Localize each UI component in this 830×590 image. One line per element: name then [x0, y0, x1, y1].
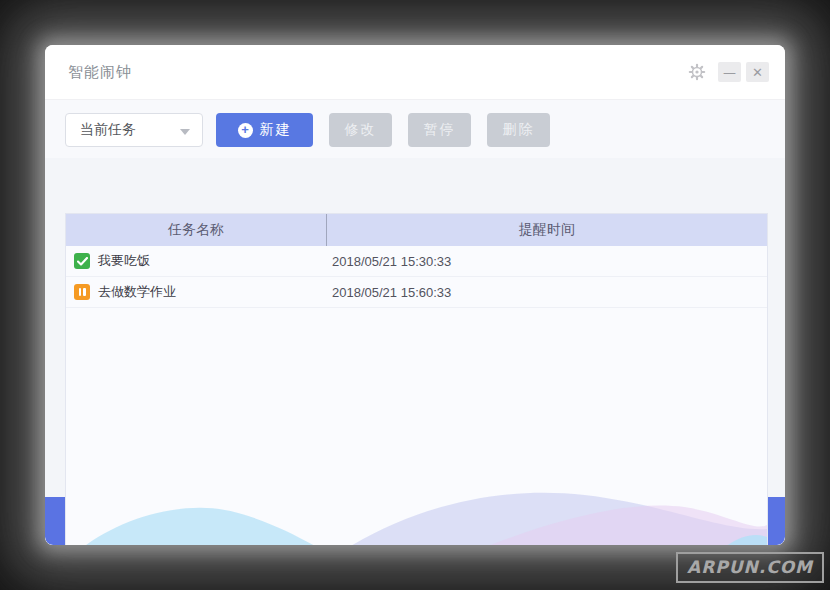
task-name: 去做数学作业 — [98, 283, 176, 301]
pause-icon — [74, 284, 90, 300]
task-filter-value: 当前任务 — [80, 121, 136, 139]
remind-time-cell: 2018/05/21 15:60:33 — [326, 285, 767, 300]
wave-decoration — [66, 477, 767, 545]
table-header: 任务名称 提醒时间 — [66, 214, 767, 246]
pause-task-button[interactable]: 暂停 — [408, 113, 471, 147]
column-header-task-name: 任务名称 — [66, 214, 326, 246]
window-controls: — ✕ — [688, 62, 769, 82]
chevron-down-icon — [180, 129, 190, 135]
toolbar: 当前任务 + 新建 修改 暂停 删除 — [45, 100, 785, 158]
watermark: Arpun.com — [676, 552, 824, 583]
window-title: 智能闹钟 — [68, 63, 132, 82]
task-name-cell: 去做数学作业 — [66, 283, 326, 301]
close-button[interactable]: ✕ — [746, 62, 769, 82]
task-name: 我要吃饭 — [98, 252, 150, 270]
window-body: 当前任务 + 新建 修改 暂停 删除 任务名称 提醒时间 — [45, 100, 785, 545]
task-filter-dropdown[interactable]: 当前任务 — [65, 113, 203, 147]
minimize-button[interactable]: — — [718, 62, 741, 82]
desktop-background: 智能闹钟 — ✕ — [0, 0, 830, 590]
new-task-label: 新建 — [260, 121, 292, 139]
table-row[interactable]: 去做数学作业 2018/05/21 15:60:33 — [66, 277, 767, 308]
plus-circle-icon: + — [238, 123, 253, 138]
task-name-cell: 我要吃饭 — [66, 252, 326, 270]
task-table: 任务名称 提醒时间 我要吃饭 2018/05/21 15:30:33 — [65, 213, 768, 545]
app-window: 智能闹钟 — ✕ — [45, 45, 785, 545]
new-task-button[interactable]: + 新建 — [216, 113, 313, 147]
titlebar: 智能闹钟 — ✕ — [45, 45, 785, 100]
gear-icon[interactable] — [688, 63, 706, 81]
delete-task-button[interactable]: 删除 — [487, 113, 550, 147]
table-row[interactable]: 我要吃饭 2018/05/21 15:30:33 — [66, 246, 767, 277]
remind-time-cell: 2018/05/21 15:30:33 — [326, 254, 767, 269]
modify-task-button[interactable]: 修改 — [329, 113, 392, 147]
check-icon — [74, 253, 90, 269]
column-header-remind-time: 提醒时间 — [326, 214, 767, 246]
